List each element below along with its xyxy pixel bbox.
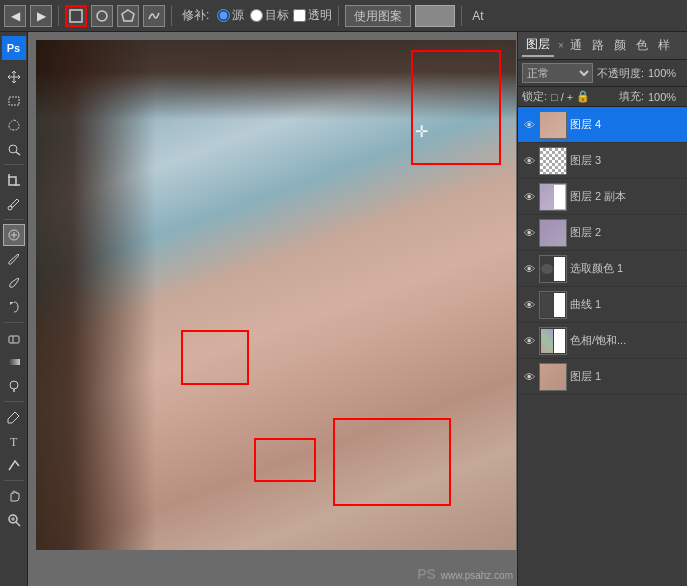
blend-mode-select[interactable]: 正常 溶解 正片叠底 滤色 [522,63,593,83]
target-label: 目标 [265,7,289,24]
selection-rect-forehead[interactable] [411,50,501,165]
source-radio-label[interactable]: 源 [217,7,244,24]
svg-rect-10 [8,359,20,365]
quick-select-tool[interactable] [3,138,25,160]
svg-line-5 [16,152,20,155]
layer-3-eye[interactable]: 👁 [522,154,536,168]
transparent-check[interactable] [293,9,306,22]
source-target-group: 源 目标 [217,7,289,24]
layer-2-thumb [539,219,567,247]
path-select-tool[interactable] [3,454,25,476]
lasso-tool[interactable] [3,114,25,136]
layer-4-eye[interactable]: 👁 [522,118,536,132]
svg-point-11 [10,381,18,389]
layer-2copy-thumb [539,183,567,211]
pattern-preview[interactable] [415,5,455,27]
layer-selective-thumb [539,255,567,283]
svg-rect-0 [70,10,82,22]
layer-row-hsl[interactable]: 👁 色相/饱和... [518,323,687,359]
layer-1-eye[interactable]: 👁 [522,370,536,384]
opacity-label: 不透明度: [597,66,644,81]
sep1 [58,6,59,26]
use-pattern-btn[interactable]: 使用图案 [345,5,411,27]
layer-selective-eye[interactable]: 👁 [522,262,536,276]
selection-rect-cheek2[interactable] [254,438,316,482]
layer-3-name: 图层 3 [570,153,683,168]
canvas-area[interactable]: ✛ PS www.psahz.com [28,32,517,586]
rect-select-tool[interactable] [3,90,25,112]
tab-channels[interactable]: 通 [566,35,586,56]
brush-tool[interactable] [3,248,25,270]
selection-rect-chin[interactable] [333,418,451,506]
layer-row-2copy[interactable]: 👁 图层 2 副本 [518,179,687,215]
svg-line-13 [16,413,18,415]
layer-curves-eye[interactable]: 👁 [522,298,536,312]
lock-transparency-icon[interactable]: □ [551,91,558,103]
layer-hsl-thumb [539,327,567,355]
gradient-tool[interactable] [3,351,25,373]
eyedropper-tool[interactable] [3,193,25,215]
tool-sep5 [4,480,24,481]
svg-point-6 [8,206,12,210]
layer-row-1[interactable]: 👁 图层 1 [518,359,687,395]
lock-row: 锁定: □ / + 🔒 填充: 100% [518,87,687,107]
forward-btn[interactable]: ▶ [30,5,52,27]
pen-tool[interactable] [3,406,25,428]
tool-sep4 [4,401,24,402]
heal-circle-btn[interactable] [91,5,113,27]
transparent-label: 透明 [308,7,332,24]
layer-row-4[interactable]: 👁 图层 4 [518,107,687,143]
crop-tool[interactable] [3,169,25,191]
zoom-tool[interactable] [3,509,25,531]
eraser-tool[interactable] [3,327,25,349]
tab-layers[interactable]: 图层 [522,34,554,57]
target-radio[interactable] [250,9,263,22]
tab-color[interactable]: 颜 [610,35,630,56]
heal-poly-btn[interactable] [117,5,139,27]
tab-paths[interactable]: 路 [588,35,608,56]
layer-hsl-eye[interactable]: 👁 [522,334,536,348]
target-radio-label[interactable]: 目标 [250,7,289,24]
layer-row-2[interactable]: 👁 图层 2 [518,215,687,251]
layers-tabs: 图层 × 通 路 颜 色 样 [518,32,687,60]
lock-position-icon[interactable]: + [567,91,573,103]
tab-styles[interactable]: 样 [654,35,674,56]
heal-tool[interactable] [3,224,25,246]
layer-2copy-eye[interactable]: 👁 [522,190,536,204]
layer-row-3[interactable]: 👁 图层 3 [518,143,687,179]
source-radio[interactable] [217,9,230,22]
svg-text:T: T [10,435,18,448]
heal-freehand-btn[interactable] [143,5,165,27]
selection-rect-cheek1[interactable] [181,330,249,385]
svg-rect-3 [9,97,19,105]
type-tool[interactable]: T [3,430,25,452]
tool-sep2 [4,219,24,220]
layer-2-name: 图层 2 [570,225,683,240]
layer-curves-thumb [539,291,567,319]
canvas-image: ✛ [36,40,516,550]
back-btn[interactable]: ◀ [4,5,26,27]
heal-label: 修补: [178,7,213,24]
lock-all-icon[interactable]: 🔒 [576,90,590,103]
blend-mode-row: 正常 溶解 正片叠底 滤色 不透明度: 100% [518,60,687,87]
clone-stamp-tool[interactable] [3,272,25,294]
tab-swatches[interactable]: 色 [632,35,652,56]
dodge-tool[interactable] [3,375,25,397]
hair-left [36,40,156,550]
heal-rect-btn[interactable] [65,5,87,27]
lock-paint-icon[interactable]: / [561,91,564,103]
move-tool[interactable] [3,66,25,88]
layer-4-name: 图层 4 [570,117,683,132]
layer-row-selective[interactable]: 👁 选取颜色 1 [518,251,687,287]
svg-point-4 [9,145,17,153]
layer-3-thumb [539,147,567,175]
fill-label: 填充: [619,89,644,104]
left-toolbar: Ps [0,32,28,586]
history-brush-tool[interactable] [3,296,25,318]
hand-tool[interactable] [3,485,25,507]
layer-2-eye[interactable]: 👁 [522,226,536,240]
transparent-check-label[interactable]: 透明 [293,7,332,24]
at-label: At [468,9,487,23]
layer-row-curves[interactable]: 👁 曲线 1 [518,287,687,323]
opacity-value: 100% [648,67,683,79]
